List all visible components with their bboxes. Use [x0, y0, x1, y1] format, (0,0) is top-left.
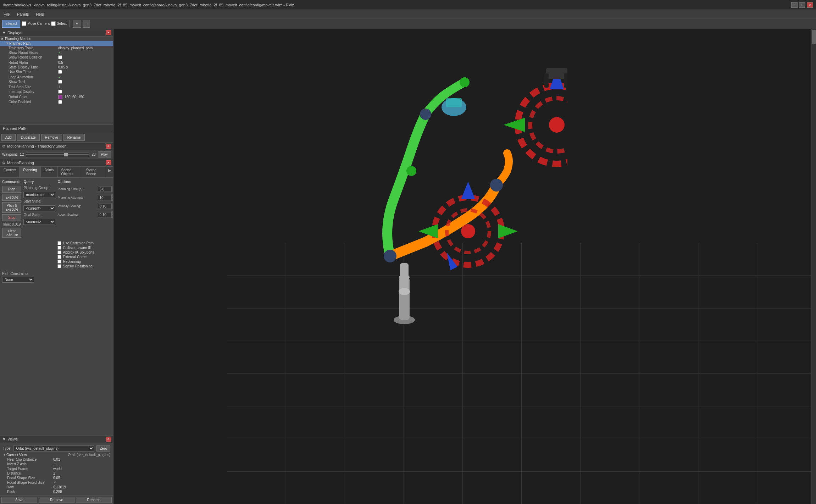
planning-attempts-row: Planning Attempts: ▲ ▼: [57, 194, 113, 201]
velocity-down[interactable]: ▼: [111, 206, 113, 209]
toolbar-minus-button[interactable]: -: [83, 20, 90, 28]
views-zero-button[interactable]: Zero: [96, 445, 110, 452]
maximize-button[interactable]: □: [799, 2, 805, 8]
planned-path-arrow: ▼: [6, 41, 9, 45]
select-checkbox[interactable]: Select: [51, 21, 67, 26]
planning-attempts-up[interactable]: ▲: [111, 194, 113, 198]
views-close-button[interactable]: ✕: [106, 437, 111, 442]
accel-down[interactable]: ▼: [111, 215, 113, 218]
viewport-scrollbar[interactable]: [811, 29, 816, 504]
toolbar-plus-button[interactable]: +: [73, 20, 81, 28]
views-type-row: Type: Orbit (rviz_default_plugins) Zero: [1, 444, 112, 453]
plan-execute-button[interactable]: Plan & Execute: [2, 202, 21, 213]
minimize-button[interactable]: ─: [791, 2, 798, 8]
planning-attempts-down[interactable]: ▼: [111, 198, 113, 201]
views-remove-button[interactable]: Remove: [39, 497, 74, 503]
close-button[interactable]: ✕: [807, 2, 813, 8]
planning-time-down[interactable]: ▼: [111, 189, 113, 192]
menu-bar: File Panels Help: [0, 10, 816, 18]
prop-robot-alpha: Robot Alpha 0.5: [0, 60, 113, 65]
waypoint-slider[interactable]: [26, 152, 89, 157]
collision-aware-row: Collision-aware IK: [57, 246, 113, 250]
planning-metrics-item[interactable]: ▶ Planning Metrics: [0, 37, 113, 41]
use-cartesian-checkbox[interactable]: [57, 241, 61, 245]
play-button[interactable]: Play: [98, 151, 111, 157]
planning-attempts-input[interactable]: [98, 195, 111, 200]
menu-help[interactable]: Help: [34, 11, 45, 17]
views-focal-shape-size: Focal Shape Size 0.05: [1, 476, 112, 480]
views-rename-button[interactable]: Rename: [76, 497, 112, 503]
approx-ik-row: Approx IK Solutions: [57, 250, 113, 254]
tab-more[interactable]: ▶: [106, 167, 113, 177]
prop-trail-step-size: Trail Step Size 1: [0, 85, 113, 89]
views-focal-shape-fixed: Focal Shape Fixed Size ✓: [1, 480, 112, 485]
trajectory-close-button[interactable]: ✕: [106, 144, 111, 149]
interact-button[interactable]: Interact: [2, 20, 20, 28]
tab-scene-objects[interactable]: Scene Objects: [58, 167, 83, 177]
current-view-item[interactable]: ▼ Current View Orbit (rviz_default_plugi…: [1, 453, 112, 457]
viewport[interactable]: [113, 29, 816, 504]
planned-path-label-section: Planned Path: [0, 125, 113, 132]
planning-columns: Commands Plan Execute Plan & Execute Sto…: [2, 180, 111, 269]
accel-up[interactable]: ▲: [111, 211, 113, 215]
motion-planning-close-button[interactable]: ✕: [106, 160, 111, 165]
scrollbar-thumb[interactable]: [812, 30, 816, 44]
svg-marker-37: [498, 224, 518, 238]
planning-group-row: Planning Group:: [23, 186, 55, 190]
start-state-row: Start State:: [23, 199, 55, 203]
rename-button[interactable]: Rename: [63, 134, 85, 141]
path-constraints-select[interactable]: None: [2, 277, 34, 283]
motion-planning-section: ⚙ MotionPlanning ✕ Context Planning Join…: [0, 159, 113, 435]
views-yaw: Yaw 6.13019: [1, 485, 112, 489]
displays-close-button[interactable]: ✕: [106, 30, 111, 35]
duplicate-button[interactable]: Duplicate: [17, 134, 40, 141]
svg-point-32: [549, 117, 565, 133]
views-content: Type: Orbit (rviz_default_plugins) Zero …: [0, 443, 113, 495]
goal-state-select[interactable]: <current>: [23, 219, 55, 225]
tab-joints[interactable]: Joints: [41, 167, 57, 177]
options-column: Options Planning Time (s): ▲ ▼: [57, 180, 113, 269]
robot-color-swatch[interactable]: [58, 95, 62, 99]
slider-thumb[interactable]: [64, 153, 68, 156]
velocity-up[interactable]: ▲: [111, 203, 113, 206]
waypoint-end: 23: [91, 153, 95, 156]
menu-panels[interactable]: Panels: [16, 11, 30, 17]
displays-header: ▼ Displays ✕: [0, 29, 113, 37]
prop-trajectory-topic: Trajectory Topic display_planned_path: [0, 46, 113, 50]
replanning-checkbox[interactable]: [57, 260, 61, 264]
svg-point-21: [420, 109, 431, 120]
planning-time-up[interactable]: ▲: [111, 186, 113, 189]
velocity-scaling-input[interactable]: [98, 204, 111, 209]
add-button[interactable]: Add: [1, 134, 16, 141]
tab-context[interactable]: Context: [0, 167, 20, 177]
planned-path-item[interactable]: ▼ Planned Path: [0, 41, 113, 46]
trajectory-header: ⚙ MotionPlanning - Trajectory Slider ✕: [0, 143, 113, 150]
views-tree: ▼ Current View Orbit (rviz_default_plugi…: [1, 453, 112, 494]
approx-ik-checkbox[interactable]: [57, 250, 61, 254]
move-camera-checkbox[interactable]: Move Camera: [22, 21, 50, 26]
planning-metrics-arrow: ▶: [1, 37, 5, 40]
planning-time-input[interactable]: [98, 187, 111, 192]
main-layout: ▼ Displays ✕ ▶ Planning Metrics ▼ Planne…: [0, 29, 816, 504]
accel-scaling-input[interactable]: [98, 212, 111, 217]
motion-planning-title: ⚙ MotionPlanning: [2, 161, 34, 165]
planning-group-select[interactable]: manipulator: [23, 192, 55, 198]
replanning-row: Replanning: [57, 260, 113, 264]
collision-aware-checkbox[interactable]: [57, 246, 61, 250]
stop-button[interactable]: Stop: [2, 214, 21, 221]
tab-stored-scene[interactable]: Stored Scene: [82, 167, 106, 177]
clear-octomap-button[interactable]: Clear octomap: [2, 228, 21, 238]
views-save-button[interactable]: Save: [1, 497, 37, 503]
external-comm-checkbox[interactable]: [57, 255, 61, 259]
views-near-clip: Near Clip Distance 0.01: [1, 457, 112, 462]
execute-button[interactable]: Execute: [2, 194, 21, 201]
remove-button[interactable]: Remove: [41, 134, 62, 141]
waypoint-row: Waypoint: 12 23 Play: [0, 150, 113, 159]
start-state-select[interactable]: <current>: [23, 205, 55, 211]
plan-button[interactable]: Plan: [2, 186, 21, 193]
sensor-positioning-checkbox[interactable]: [57, 264, 61, 268]
views-type-select[interactable]: Orbit (rviz_default_plugins): [13, 445, 94, 452]
tab-planning[interactable]: Planning: [20, 167, 41, 177]
svg-rect-42: [400, 263, 409, 292]
menu-file[interactable]: File: [2, 11, 11, 17]
